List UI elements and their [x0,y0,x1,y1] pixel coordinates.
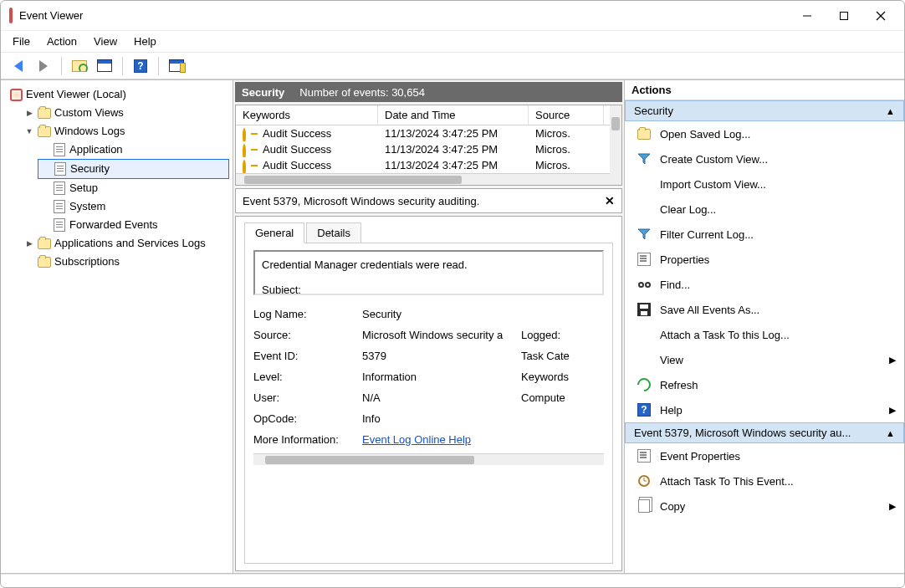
tab-details[interactable]: Details [306,222,361,243]
table-button[interactable] [94,56,115,76]
lbl-opcode: OpCode: [253,408,362,429]
action-view[interactable]: View▶ [625,347,904,372]
lbl-log-name: Log Name: [253,304,362,325]
action-import-custom-view[interactable]: Import Custom View... [625,171,904,197]
val-source: Microsoft Windows security a [362,325,521,345]
tree-custom-views[interactable]: ▶ Custom Views [23,104,229,122]
cell: Micros. [529,141,604,157]
chevron-right-icon[interactable]: ▶ [24,108,34,118]
cell: Micros. [529,125,604,141]
detail-tabs: General Details [244,222,613,243]
event-viewer-icon [9,88,23,101]
event-row[interactable]: Audit Success 11/13/2024 3:47:25 PM Micr… [236,157,621,173]
menu-file[interactable]: File [13,35,30,48]
action-find[interactable]: Find... [625,272,904,297]
action-help[interactable]: ?Help▶ [625,397,904,422]
close-button[interactable] [866,4,896,28]
toolbar-separator [158,57,159,75]
label: Application [69,141,123,159]
col-source[interactable]: Source [529,105,604,125]
tree-root-label: Event Viewer (Local) [26,85,126,104]
detail-horizontal-scrollbar[interactable] [253,453,604,465]
tree-system[interactable]: System [38,197,229,216]
action-attach-a-task-to-this-log[interactable]: Attach a Task To this Log... [625,322,904,347]
menu-help[interactable]: Help [134,35,156,48]
label: Setup [69,179,98,197]
event-row[interactable]: Audit Success 11/13/2024 3:47:25 PM Micr… [236,125,621,141]
back-button[interactable] [8,56,29,76]
label: Subscriptions [54,253,120,271]
prop-icon [637,252,652,267]
none-icon [637,202,652,217]
help-tb-button[interactable]: ? [130,56,151,76]
log-icon [53,200,66,213]
key-icon [243,161,258,170]
col-keywords[interactable]: Keywords [236,105,378,125]
chevron-down-icon[interactable]: ▼ [24,126,34,136]
event-row[interactable]: Audit Success 11/13/2024 3:47:25 PM Micr… [236,141,621,157]
link-online-help[interactable]: Event Log Online Help [362,433,471,446]
binoc-icon [637,277,652,292]
action-attach-task-to-this-event[interactable]: Attach Task To This Event... [625,468,904,493]
actions-section-event[interactable]: Event 5379, Microsoft Windows security a… [625,422,904,443]
action-label: Open Saved Log... [660,128,750,141]
val-opcode: Info [362,408,521,429]
tree-security[interactable]: Security [38,159,229,179]
lbl-user: User: [253,387,362,408]
minimize-button[interactable] [792,4,822,28]
tree-root[interactable]: Event Viewer (Local) [8,85,229,104]
chevron-right-icon[interactable]: ▶ [24,238,34,248]
folder-icon [38,237,51,250]
actions-section-security[interactable]: Security ▲ [625,100,904,121]
action-filter-current-log[interactable]: Filter Current Log... [625,222,904,247]
copy-icon [637,499,652,514]
tree-forwarded[interactable]: Forwarded Events [38,216,229,234]
tree-application[interactable]: Application [38,141,229,159]
folder-icon [637,126,652,141]
help-icon: ? [637,402,652,417]
lbl-task: Task Cate [521,345,588,366]
lbl-level: Level: [253,366,362,387]
action-open-saved-log[interactable]: Open Saved Log... [625,121,904,146]
maximize-button[interactable] [829,4,859,28]
navigation-tree[interactable]: Event Viewer (Local) ▶ Custom Views [1,80,233,573]
panel-button[interactable] [166,56,187,76]
menu-view[interactable]: View [94,35,117,48]
lbl-computer: Compute [521,387,588,408]
tab-general[interactable]: General [244,222,304,243]
action-refresh[interactable]: Refresh [625,372,904,397]
cell: Audit Success [263,127,331,140]
tree-app-services[interactable]: ▶ Applications and Services Logs [23,234,229,253]
cell: 11/13/2024 3:47:25 PM [378,125,529,141]
events-header: Security Number of events: 30,654 [235,82,622,102]
events-list[interactable]: Audit Success 11/13/2024 3:47:25 PM Micr… [236,125,621,173]
toolbar: ? [1,53,904,79]
action-clear-log[interactable]: Clear Log... [625,197,904,222]
action-save-all-events-as[interactable]: Save All Events As... [625,297,904,322]
forward-button[interactable] [33,56,54,76]
cell: Micros. [529,157,604,173]
toolbar-separator [122,57,123,75]
close-icon[interactable]: ✕ [605,194,615,207]
refresh-icon [637,377,652,392]
events-horizontal-scrollbar[interactable] [236,173,621,185]
none-icon [637,352,652,367]
events-vertical-scrollbar[interactable] [610,105,621,184]
action-copy[interactable]: Copy▶ [625,493,904,519]
events-count: Number of events: 30,654 [299,86,425,99]
refresh-button[interactable] [69,56,90,76]
action-create-custom-view[interactable]: Create Custom View... [625,146,904,171]
action-label: Event Properties [660,450,740,463]
cell: Audit Success [263,159,331,171]
action-properties[interactable]: Properties [625,247,904,272]
svg-marker-4 [638,154,650,164]
collapse-icon: ▲ [886,106,895,116]
svg-marker-5 [638,229,650,239]
action-event-properties[interactable]: Event Properties [625,443,904,468]
menu-action[interactable]: Action [47,35,77,48]
tree-windows-logs[interactable]: ▼ Windows Logs [23,122,229,141]
tree-subscriptions[interactable]: Subscriptions [23,253,229,271]
tree-setup[interactable]: Setup [38,179,229,197]
titlebar: Event Viewer [1,1,904,31]
col-datetime[interactable]: Date and Time [378,105,529,125]
